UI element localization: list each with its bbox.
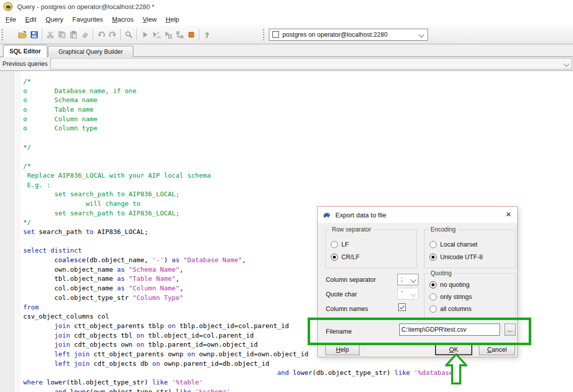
open-file-button[interactable] <box>17 29 28 41</box>
radio-no-quoting[interactable]: no quoting <box>429 280 469 289</box>
copy-icon <box>58 31 66 39</box>
radio-icon <box>429 305 437 312</box>
code-line: and lower(db.object_type_str) like '%dat… <box>0 368 573 378</box>
cut-button <box>44 29 56 41</box>
stop-icon <box>187 31 195 39</box>
menu-item-help[interactable]: Help <box>161 14 184 25</box>
row-separator-group-label: Row separator <box>330 226 373 233</box>
execute-query-button <box>139 29 151 41</box>
radio-label: Unicode UTF-8 <box>440 254 483 261</box>
svg-text:?: ? <box>205 31 209 39</box>
menu-item-macros[interactable]: Macros <box>108 14 138 25</box>
tab-bar: SQL Editor Graphical Query Builder <box>0 44 573 57</box>
column-names-checkbox[interactable] <box>398 303 406 311</box>
quote-char-label: Quote char <box>326 291 357 298</box>
code-line: /* <box>0 77 573 87</box>
undo-button <box>95 29 107 41</box>
code-line <box>0 133 573 143</box>
encoding-group: Encoding Local charsetUnicode UTF-8 <box>424 229 516 268</box>
menu-item-query[interactable]: Query <box>41 14 67 25</box>
paste-icon <box>69 31 78 39</box>
connection-combobox[interactable]: postgres on operator@localhost:2280 <box>269 29 428 41</box>
radio-selected-icon <box>429 281 437 288</box>
chevron-down-icon <box>563 61 569 66</box>
code-line: left join cdt_objects db on ownp.parent_… <box>0 359 573 369</box>
quote-char-value: " <box>401 290 403 297</box>
save-file-button[interactable] <box>28 29 40 41</box>
redo-button <box>107 29 118 41</box>
radio-icon <box>429 293 437 300</box>
svg-text:GS: GS <box>156 35 161 38</box>
tab-sql-editor[interactable]: SQL Editor <box>3 45 47 57</box>
menu-item-edit[interactable]: Edit <box>21 14 41 25</box>
radio-label: only strings <box>440 293 472 300</box>
menu-bar: FileEditQueryFavouritesMacrosViewHelp <box>0 13 573 25</box>
menu-item-favourites[interactable]: Favourites <box>68 14 108 25</box>
code-line: and lower(own.object_type_str) like '%sc… <box>0 387 573 392</box>
execute-pgscript-button: PGS <box>151 29 162 41</box>
previous-queries-bar: Previous queries <box>0 57 573 71</box>
code-line: E.g. : <box>0 181 573 190</box>
annotation-arrow-up-icon <box>445 353 467 384</box>
radio-label: LF <box>341 241 349 248</box>
chevron-down-icon <box>410 277 416 282</box>
toolbar-separator <box>93 29 93 41</box>
column-separator-value: ; <box>401 276 402 283</box>
help-button[interactable]: Help <box>325 344 360 355</box>
tab-graphical-query-builder[interactable]: Graphical Query Builder <box>48 46 133 57</box>
help-button[interactable]: ? <box>201 29 213 41</box>
radio-unicode-utf-8[interactable]: Unicode UTF-8 <box>429 253 483 262</box>
connection-grip[interactable] <box>263 29 264 40</box>
export-dialog-titlebar: Export data to file × <box>318 207 517 223</box>
radio-selected-icon <box>429 254 437 261</box>
help-icon: ? <box>203 31 211 39</box>
magnifier-icon <box>125 31 133 39</box>
undo-icon <box>97 31 105 39</box>
previous-queries-label: Previous queries <box>3 60 47 67</box>
cancel-button[interactable]: Cancel <box>479 344 515 355</box>
previous-queries-combobox[interactable] <box>50 58 572 69</box>
svg-text:P: P <box>157 32 159 35</box>
column-names-label: Column names <box>326 305 368 312</box>
execute-to-file-button <box>162 29 174 41</box>
toolbar: PGS? postgres on operator@localhost:2280 <box>0 25 573 44</box>
window-title: Query - postgres on operator@localhost:2… <box>17 3 155 11</box>
code-line: Replace AIP836_LOCAL with your AIP local… <box>0 171 573 181</box>
radio-all-columns[interactable]: all columns <box>429 304 472 313</box>
row-separator-group: Row separator LFCR/LF <box>325 229 417 268</box>
explain-icon <box>176 31 184 39</box>
quoting-group-label: Quoting <box>428 270 454 277</box>
radio-label: no quoting <box>440 281 469 288</box>
menu-item-file[interactable]: File <box>1 14 21 25</box>
radio-lf[interactable]: LF <box>331 240 349 249</box>
annotation-highlight-rect <box>308 318 531 345</box>
code-line: o Column name <box>0 115 573 124</box>
code-line: o Column type <box>0 124 573 133</box>
scissors-icon <box>46 31 54 39</box>
radio-only-strings[interactable]: only strings <box>429 292 472 301</box>
pgadmin-elephant-icon <box>322 211 331 219</box>
menu-item-view[interactable]: View <box>138 14 161 25</box>
paste-button <box>67 29 79 41</box>
find-button <box>123 29 134 41</box>
connection-checkbox[interactable] <box>272 31 279 38</box>
eraser-icon <box>81 31 89 39</box>
cancel-query-button[interactable] <box>185 29 197 41</box>
code-line: o Table name <box>0 105 573 115</box>
radio-local-charset[interactable]: Local charset <box>429 240 477 249</box>
radio-label: Local charset <box>440 241 477 248</box>
code-line: o Database name, if one <box>0 87 573 96</box>
radio-label: all columns <box>440 305 472 312</box>
close-icon[interactable]: × <box>506 209 511 220</box>
radio-label: CR/LF <box>341 254 360 261</box>
column-separator-combobox[interactable]: ; <box>397 274 418 285</box>
radio-selected-icon <box>331 254 338 261</box>
play-file-icon <box>164 31 172 39</box>
toolbar-separator <box>199 29 199 41</box>
toolbar-grip[interactable] <box>2 29 3 40</box>
floppy-icon <box>30 31 38 39</box>
encoding-group-label: Encoding <box>428 226 458 233</box>
code-line <box>0 152 573 162</box>
radio-cr-lf[interactable]: CR/LF <box>331 253 360 262</box>
quoting-group: Quoting no quotingonly stringsall column… <box>424 273 516 320</box>
